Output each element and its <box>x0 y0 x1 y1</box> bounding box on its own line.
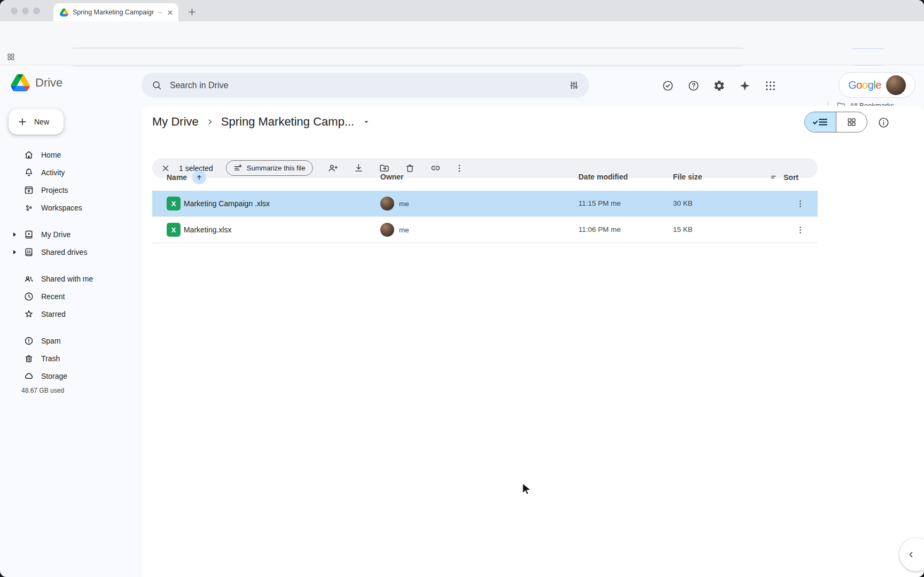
sidebar-item-shared-with-me[interactable]: Shared with me <box>0 270 141 287</box>
tab-close-icon[interactable] <box>166 9 174 17</box>
name-column-label: Name <box>167 173 187 182</box>
star-icon <box>24 309 34 319</box>
file-owner: me <box>380 197 409 210</box>
maximize-window-button[interactable] <box>33 7 40 14</box>
tab-strip: Spring Marketing Campaign – <box>0 0 924 21</box>
expand-arrow-icon[interactable] <box>12 249 17 255</box>
file-date-modified: 11:15 PM me <box>578 199 621 207</box>
search-icon[interactable] <box>151 80 162 91</box>
sort-control[interactable]: Sort <box>770 173 798 182</box>
column-header-file-size[interactable]: File size <box>673 173 702 181</box>
settings-gear-icon[interactable] <box>712 79 725 92</box>
list-view-check-icon <box>812 118 828 127</box>
tab-title-suffix: – <box>158 9 162 16</box>
file-size: 15 KB <box>673 225 693 233</box>
chevron-right-icon <box>205 117 215 127</box>
sidebar-item-label: Spam <box>41 337 61 345</box>
file-size: 30 KB <box>673 199 693 207</box>
sort-ascending-icon[interactable] <box>192 170 206 184</box>
sidebar-item-projects[interactable]: Projects <box>0 181 141 199</box>
file-date-modified: 11:06 PM me <box>578 225 621 233</box>
new-button[interactable]: New <box>9 109 64 135</box>
file-name: Marketing Campaign .xlsx <box>184 199 270 208</box>
file-name: Marketing.xlsx <box>184 225 231 234</box>
sidebar-item-starred[interactable]: Starred <box>0 305 141 323</box>
sidebar-item-my-drive[interactable]: My Drive <box>0 225 141 243</box>
grid-view-button[interactable] <box>836 112 867 132</box>
sidebar-item-label: Recent <box>41 292 65 301</box>
cloud-icon <box>24 371 34 381</box>
account-avatar <box>886 75 906 95</box>
column-header-owner[interactable]: Owner <box>380 173 404 181</box>
sidebar-item-label: Shared with me <box>41 275 93 283</box>
plus-icon <box>17 116 28 127</box>
storage-used-label: 48.67 GB used <box>21 387 64 394</box>
new-tab-button[interactable] <box>185 5 199 19</box>
new-button-label: New <box>34 118 49 126</box>
sidebar-item-trash[interactable]: Trash <box>0 349 141 367</box>
close-window-button[interactable] <box>11 7 18 14</box>
caret-down-icon[interactable] <box>362 117 371 127</box>
drive-wordmark: Drive <box>35 76 62 90</box>
column-header-date-modified[interactable]: Date modified <box>578 173 628 181</box>
apps-grid-icon[interactable] <box>764 79 777 92</box>
search-options-icon[interactable] <box>568 80 580 91</box>
sidebar-item-label: Workspaces <box>41 204 82 212</box>
chevron-left-icon <box>906 550 916 559</box>
tab-title: Spring Marketing Campaign <box>73 9 154 16</box>
drive-favicon <box>60 9 68 17</box>
bookmarks-bar: All Bookmarks <box>0 49 924 65</box>
browser-window: Spring Marketing Campaign – drive.google… <box>0 0 924 577</box>
row-more-icon[interactable] <box>795 225 805 235</box>
my-drive-icon <box>24 229 34 240</box>
google-account-button[interactable]: Google <box>839 72 915 98</box>
sidebar-item-activity[interactable]: Activity <box>0 163 141 181</box>
sidebar-item-label: Storage <box>41 372 67 380</box>
breadcrumb-root[interactable]: My Drive <box>152 115 199 129</box>
window-controls[interactable] <box>11 7 40 14</box>
breadcrumb: My Drive Spring Marketing Camp... <box>152 110 371 134</box>
file-table-header: Name Owner Date modified File size Sort <box>152 167 818 188</box>
view-toggle <box>804 112 867 132</box>
column-header-name[interactable]: Name <box>167 170 206 184</box>
grid-view-icon <box>847 117 857 127</box>
sidebar-item-label: My Drive <box>41 230 71 239</box>
file-row[interactable]: X Marketing.xlsx me 11:06 PM me 15 KB <box>152 217 818 243</box>
sidebar-item-home[interactable]: Home <box>0 146 141 163</box>
sidebar-item-shared-drives[interactable]: Shared drives <box>0 243 141 261</box>
row-more-icon[interactable] <box>795 199 805 208</box>
owner-label: me <box>399 226 409 234</box>
sort-label: Sort <box>784 173 798 182</box>
people-icon <box>24 274 34 284</box>
bell-icon <box>24 167 34 178</box>
sidebar-item-label: Trash <box>41 354 60 363</box>
minimize-window-button[interactable] <box>22 7 29 14</box>
sidebar-item-workspaces[interactable]: Workspaces <box>0 199 141 216</box>
shared-drives-icon <box>24 247 34 258</box>
projects-icon <box>24 185 34 196</box>
sidebar-item-label: Home <box>41 151 61 159</box>
sidebar-item-storage[interactable]: Storage <box>0 367 141 385</box>
file-row-selected[interactable]: X Marketing Campaign .xlsx me 11:15 PM m… <box>152 191 818 217</box>
sidebar-item-recent[interactable]: Recent <box>0 287 141 305</box>
search-input[interactable]: Search in Drive <box>142 73 589 98</box>
trash-icon <box>24 353 34 364</box>
details-info-icon[interactable] <box>877 116 890 129</box>
gemini-spark-icon[interactable] <box>738 79 751 92</box>
workspaces-icon <box>24 202 34 213</box>
xlsx-file-icon: X <box>167 223 181 237</box>
list-view-button[interactable] <box>805 112 836 132</box>
home-icon <box>24 150 34 160</box>
offline-status-icon[interactable] <box>661 79 674 92</box>
google-wordmark: Google <box>848 79 881 91</box>
spam-icon <box>24 336 34 346</box>
help-icon[interactable] <box>687 79 700 92</box>
sidebar-item-spam[interactable]: Spam <box>0 332 141 349</box>
tab-groups-icon[interactable] <box>6 52 15 61</box>
drive-logo[interactable]: Drive <box>11 74 62 91</box>
mouse-cursor <box>522 482 532 497</box>
owner-label: me <box>399 200 409 208</box>
browser-tab[interactable]: Spring Marketing Campaign – <box>53 3 178 21</box>
expand-arrow-icon[interactable] <box>12 232 17 237</box>
breadcrumb-current[interactable]: Spring Marketing Camp... <box>221 115 354 129</box>
